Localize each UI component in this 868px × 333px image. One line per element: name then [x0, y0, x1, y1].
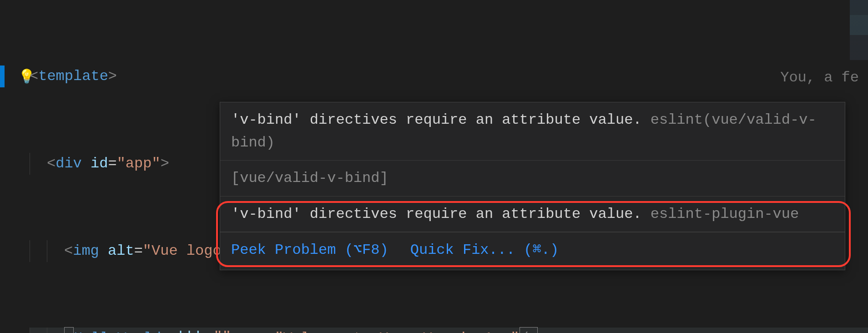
attr-value-error[interactable]: "": [213, 327, 231, 333]
attr-name: id: [91, 153, 108, 175]
code-line[interactable]: <template>: [30, 66, 868, 87]
tag-name: div: [56, 153, 82, 175]
tag-name-component: HelloWorld: [74, 328, 161, 333]
equals: =: [134, 240, 143, 262]
equals: =: [205, 327, 213, 333]
tag-open-bracket: <: [64, 240, 73, 262]
space: [99, 240, 108, 262]
tag-self-close: />: [520, 327, 538, 333]
hover-rule-text: [vue/valid-v-bind]: [231, 170, 389, 187]
space: [161, 328, 170, 333]
code-line-active[interactable]: <HelloWorld :hhh="" msg="Welcome to Your…: [30, 328, 868, 333]
tag-close-bracket: >: [108, 66, 117, 87]
space: [231, 328, 240, 333]
tag-close-bracket: >: [161, 153, 169, 175]
attr-name: msg: [240, 328, 266, 333]
hover-message-eslint: 'v-bind' directives require an attribute…: [220, 102, 845, 161]
attr-value: "Welcome to Your Vue.js App": [275, 328, 520, 333]
tag-open-bracket: <: [47, 153, 56, 175]
hover-action-bar: Peek Problem (⌥F8) Quick Fix... (⌘.): [220, 232, 845, 270]
hover-problem-popup: 'v-bind' directives require an attribute…: [220, 102, 845, 270]
attr-name-error[interactable]: :hhh: [170, 327, 205, 333]
equals: =: [266, 328, 275, 333]
hover-rule-id: [vue/valid-v-bind]: [220, 161, 845, 197]
hover-msg-text: 'v-bind' directives require an attribute…: [231, 111, 642, 128]
peek-problem-link[interactable]: Peek Problem (⌥F8): [231, 239, 389, 262]
quick-fix-link[interactable]: Quick Fix... (⌘.): [410, 239, 559, 262]
hover-msg-source: eslint-plugin-vue: [642, 206, 799, 222]
space: [82, 153, 91, 175]
tag-open-bracket: <: [30, 66, 38, 87]
attr-value: "Vue logo": [143, 240, 230, 262]
git-blame-annotation: You, a fe: [780, 69, 859, 86]
attr-value: "app": [117, 153, 161, 175]
hover-message-plugin: 'v-bind' directives require an attribute…: [220, 197, 845, 232]
equals: =: [108, 153, 116, 175]
attr-name: alt: [108, 240, 134, 262]
hover-msg-text: 'v-bind' directives require an attribute…: [231, 206, 642, 222]
tag-name: template: [38, 66, 108, 87]
tag-name: img: [73, 240, 99, 262]
tag-open-bracket: <: [64, 327, 74, 333]
